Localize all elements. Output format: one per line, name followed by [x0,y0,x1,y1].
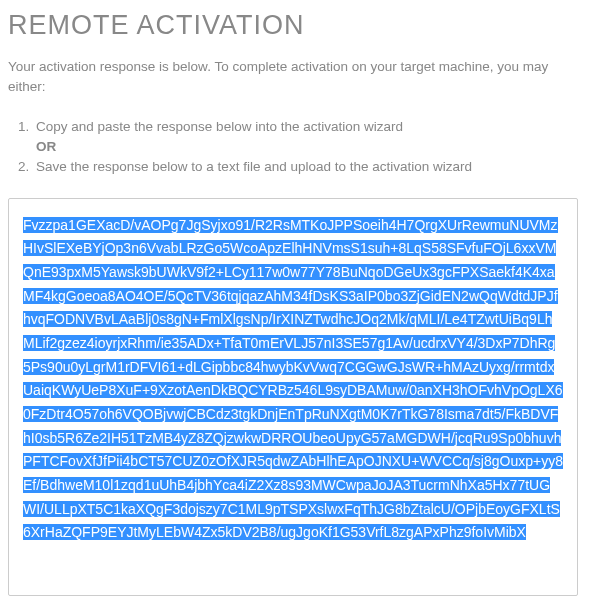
instruction-or: OR [36,139,581,154]
instruction-step-1: Copy and paste the response below into t… [36,116,581,138]
page-title: REMOTE ACTIVATION [8,10,581,41]
instruction-step-2: Save the response below to a text file a… [36,156,581,178]
activation-response-text[interactable]: Fvzzpa1GEXacD/vAOPg7JgSyjxo91/R2RsMTKoJP… [23,217,563,541]
intro-text: Your activation response is below. To co… [8,57,581,98]
instruction-list: Copy and paste the response below into t… [8,116,581,178]
activation-response-box[interactable]: Fvzzpa1GEXacD/vAOPg7JgSyjxo91/R2RsMTKoJP… [8,198,578,596]
